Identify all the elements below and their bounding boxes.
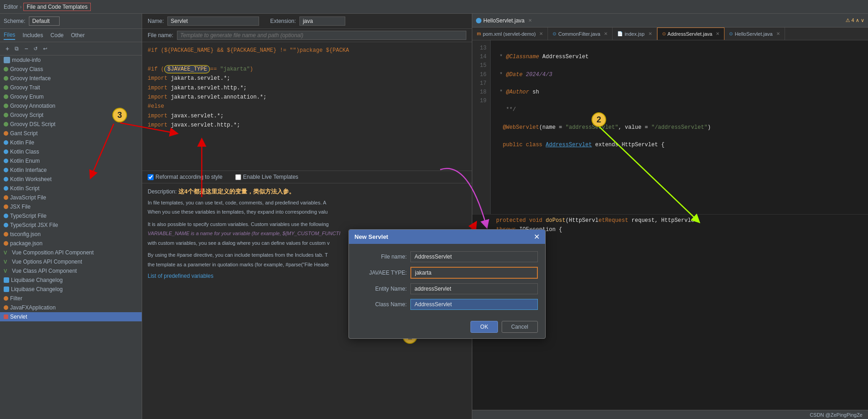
list-item-kotlin-worksheet[interactable]: Kotlin Worksheet [0,175,142,184]
list-item-lq2[interactable]: Liquibase Changelog [0,285,142,294]
code-line-16: **/ [496,105,862,114]
groovy-icon [4,104,8,108]
list-item-vue2[interactable]: V Vue Options API Component [0,257,142,266]
code-line-18: public class AddressServlet extends Http… [496,141,862,149]
kotlin-icon [4,168,8,172]
filter-icon [4,296,8,301]
reformat-checkbox[interactable]: Reformat according to style [148,174,222,180]
list-item-vue3[interactable]: V Vue Class API Component [0,266,142,276]
dialog-javaee-input[interactable] [410,267,538,279]
code-extra-1: protected void doPost(HttpServletRequest… [496,216,862,225]
tab-commonfilter[interactable]: ⊙ CommonFilter.java ✕ [548,28,613,40]
scheme-select[interactable]: Default [29,17,60,26]
tab-pom-xml[interactable]: m pom.xml (servlet-demo) ✕ [472,28,548,40]
tab-files[interactable]: Files [4,31,15,40]
list-item[interactable]: Kotlin File [0,138,142,147]
lq-icon [4,287,9,292]
list-item-filter[interactable]: Filter [0,294,142,303]
servlet-label: Servlet [10,314,27,320]
ext-input[interactable] [299,17,345,26]
dialog-ok-button[interactable]: OK [470,321,498,333]
close-icon[interactable]: ✕ [776,31,780,36]
tabs-row: Files Includes Code Other [0,29,142,42]
list-item[interactable]: Kotlin Enum [0,156,142,165]
kotlin-icon [4,177,8,182]
close-icon[interactable]: ✕ [716,31,719,36]
list-item[interactable]: Groovy Trait [0,83,142,92]
filename-input[interactable] [177,31,466,40]
dialog-entity-input[interactable] [410,283,538,294]
dialog-entity-label: Entity Name: [356,286,407,292]
list-item[interactable]: Groovy Enum [0,92,142,101]
live-templates-checkbox[interactable]: Enable Live Templates [235,174,299,180]
tab-address-servlet[interactable]: ⊙ AddressServlet.java ✕ [657,28,725,40]
jsp-icon: 📄 [617,31,623,36]
code-line-4: import jakarta.servlet.*; [148,74,466,83]
tab-code[interactable]: Code [50,31,64,39]
list-item[interactable]: TypeScript JSX File [0,221,142,230]
list-item-vue1[interactable]: V Vue Composition API Component [0,248,142,257]
scheme-label: Scheme: [4,18,25,24]
gant-icon [4,131,8,136]
groovy-icon [4,76,8,81]
breadcrumb-title: File and Code Templates [23,3,91,11]
close-icon[interactable]: ✕ [648,31,652,36]
line-numbers: 13 14 15 16 17 18 19 [472,40,491,214]
list-item-javafx[interactable]: JavaFXApplication [0,303,142,312]
kotlin-icon [4,140,8,145]
dialog-classname-input[interactable] [410,299,538,310]
reformat-label: Reformat according to style [155,174,222,180]
undo-button[interactable]: ↩ [41,45,49,53]
list-item-servlet[interactable]: Servlet [0,312,142,321]
remove-button[interactable]: − [22,44,30,53]
code-line-3: #if ($JAVAEE_TYPE== "jakarta") [148,65,466,74]
list-item[interactable]: Kotlin Script [0,184,142,193]
groovy-icon [4,94,8,99]
add-button[interactable]: + [4,44,11,53]
js-icon [4,195,8,200]
dialog-row-filename: File name: [356,251,538,262]
list-item[interactable]: TypeScript File [0,211,142,221]
dialog-row-entity: Entity Name: [356,283,538,294]
code-line-7: #else [148,102,466,111]
desc-para2: When you use these variables in template… [148,208,466,216]
code-template-area[interactable]: #if (${PACKAGE_NAME} && ${PACKAGE_NAME} … [142,42,472,171]
dialog-cancel-button[interactable]: Cancel [502,321,538,333]
list-item-lq1[interactable]: Liquibase Changelog [0,276,142,285]
tab-other[interactable]: Other [71,31,85,39]
list-item[interactable]: tsconfig.json [0,230,142,239]
dialog-filename-input[interactable] [410,251,538,262]
tab-index-jsp[interactable]: 📄 index.jsp ✕ [613,28,657,40]
list-item[interactable]: Groovy Class [0,65,142,74]
main-layout: Scheme: Default Files Includes Code Othe… [0,14,868,419]
reset-button[interactable]: ↺ [32,45,39,53]
module-icon [4,57,10,63]
annotation-3: 3 [112,108,127,122]
close-icon[interactable]: ✕ [604,31,608,36]
close-icon[interactable]: ✕ [539,31,543,36]
dialog-javaee-label: JAVAEE TYPE: [356,270,407,276]
ts-icon [4,232,8,237]
kotlin-icon [4,159,8,163]
dialog-close-button[interactable]: ✕ [534,232,540,241]
list-item-gant[interactable]: Gant Script [0,129,142,138]
list-item[interactable]: module-info [0,55,142,65]
code-line-14: * @Date 2024/4/3 [496,71,862,79]
ts-icon [4,223,8,227]
code-line-9: import javax.servlet.http.*; [148,121,466,130]
list-item[interactable]: package.json [0,239,142,248]
tab-includes[interactable]: Includes [22,31,43,39]
editor-status: CSDN @ZePingPingZe [472,410,868,419]
close-tab-icon[interactable]: ✕ [528,18,532,23]
list-item-kotlin-interface[interactable]: Kotlin Interface [0,165,142,175]
list-item[interactable]: JavaScript File [0,193,142,202]
new-servlet-dialog[interactable]: New Servlet ✕ File name: JAVAEE TYPE: En… [348,229,546,339]
name-input[interactable] [167,17,259,26]
tab-hello-servlet[interactable]: ⊙ HelloServlet.java ✕ [724,28,785,40]
list-item[interactable]: Groovy Interface [0,74,142,83]
code-content[interactable]: * @Classname AddressServlet * @Date 2024… [491,40,868,214]
list-item[interactable]: JSX File [0,202,142,211]
code-line-1: #if (${PACKAGE_NAME} && ${PACKAGE_NAME} … [148,46,466,55]
copy-button[interactable]: ⧉ [13,44,21,53]
list-item[interactable]: Kotlin Class [0,147,142,156]
